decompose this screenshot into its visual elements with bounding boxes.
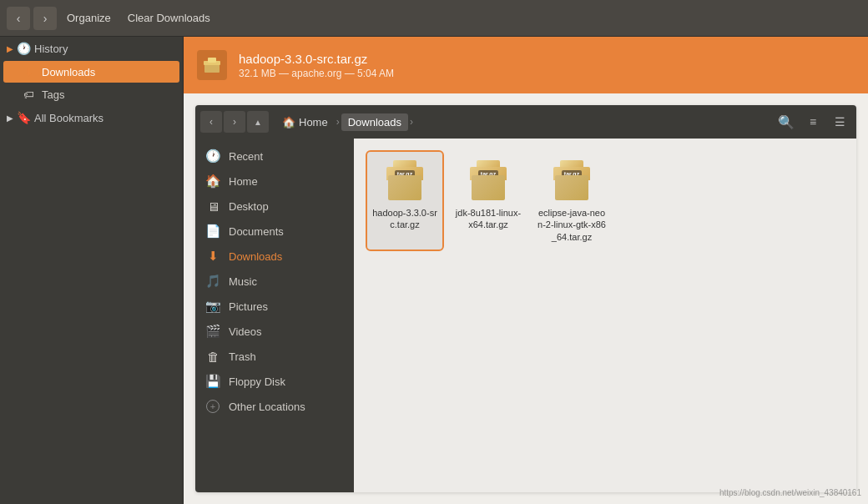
fm-view-toggle-button[interactable]: ≡ xyxy=(801,110,825,134)
sidebar-section-history[interactable]: ▶ 🕐 History xyxy=(0,37,183,60)
download-file-icon xyxy=(197,50,227,80)
sidebar: ▶ 🕐 History ⬇ Downloads 🏷 Tags ▶ 🔖 All B… xyxy=(0,37,184,504)
file-item-jdk[interactable]: tar.gz jdk-8u181-linux-x64.tar.gz xyxy=(451,152,526,249)
fm-sidebar-other-locations[interactable]: + Other Locations xyxy=(195,394,354,419)
add-location-icon: + xyxy=(205,399,220,414)
floppy-icon: 💾 xyxy=(205,374,220,389)
file-icon-eclipse: tar.gz xyxy=(550,159,593,202)
download-bar: hadoop-3.3.0-src.tar.gz 32.1 MB — apache… xyxy=(184,37,868,93)
file-item-eclipse[interactable]: tar.gz eclipse-java-neon-2-linux-gtk-x86… xyxy=(534,152,609,249)
fm-sidebar-trash[interactable]: 🗑 Trash xyxy=(195,344,354,369)
home-icon: 🏠 xyxy=(282,116,295,129)
fm-sidebar-recent[interactable]: 🕐 Recent xyxy=(195,144,354,169)
downloads-icon: ⬇ xyxy=(22,65,35,78)
file-icon-jdk: tar.gz xyxy=(467,159,510,202)
view-icon: ≡ xyxy=(810,115,816,129)
file-manager: ‹ › ▲ 🏠 Home › Downloads › xyxy=(195,105,856,492)
file-name-jdk: jdk-8u181-linux-x64.tar.gz xyxy=(454,207,522,231)
menu-icon: ☰ xyxy=(835,115,845,129)
back-button[interactable]: ‹ xyxy=(7,7,30,30)
fm-sidebar-desktop[interactable]: 🖥 Desktop xyxy=(195,194,354,219)
breadcrumb: 🏠 Home › Downloads › xyxy=(275,113,773,131)
sidebar-section-bookmarks[interactable]: ▶ 🔖 All Bookmarks xyxy=(0,106,183,129)
clear-downloads-button[interactable]: Clear Downloads xyxy=(121,8,217,28)
fm-sidebar-floppy[interactable]: 💾 Floppy Disk xyxy=(195,369,354,394)
pictures-icon: 📷 xyxy=(205,299,220,314)
breadcrumb-separator: › xyxy=(336,116,340,128)
breadcrumb-home[interactable]: 🏠 Home xyxy=(275,113,335,131)
fm-sidebar-downloads[interactable]: ⬇ Downloads xyxy=(195,244,354,269)
file-name-eclipse: eclipse-java-neon-2-linux-gtk-x86_64.tar… xyxy=(537,207,606,243)
content-area: hadoop-3.3.0-src.tar.gz 32.1 MB — apache… xyxy=(184,37,868,504)
breadcrumb-downloads[interactable]: Downloads xyxy=(341,113,408,131)
forward-button[interactable]: › xyxy=(33,7,57,30)
organize-button[interactable]: Organize xyxy=(60,8,118,28)
fm-search-button[interactable]: 🔍 xyxy=(775,110,798,134)
file-item-hadoop[interactable]: tar.gz hadoop-3.3.0-src.tar.gz xyxy=(367,152,442,249)
sidebar-item-downloads[interactable]: ⬇ Downloads xyxy=(3,61,179,83)
sidebar-downloads-label: Downloads xyxy=(42,66,95,78)
fm-sidebar: 🕐 Recent 🏠 Home 🖥 Desktop 📄 xyxy=(195,139,354,492)
chevron-right-icon: ▶ xyxy=(7,113,13,123)
history-icon: 🕐 xyxy=(17,42,31,55)
fm-toolbar-right: 🔍 ≡ ☰ xyxy=(775,110,851,134)
sidebar-history-label: History xyxy=(34,43,68,55)
fm-forward-button[interactable]: › xyxy=(224,111,245,133)
search-icon: 🔍 xyxy=(778,114,795,130)
fm-back-button[interactable]: ‹ xyxy=(200,111,222,133)
file-name-hadoop: hadoop-3.3.0-src.tar.gz xyxy=(371,207,439,231)
svg-rect-2 xyxy=(208,58,216,63)
fm-sidebar-videos[interactable]: 🎬 Videos xyxy=(195,319,354,344)
download-filename: hadoop-3.3.0-src.tar.gz xyxy=(239,52,855,66)
watermark: https://blog.csdn.net/weixin_43840161 xyxy=(719,488,861,497)
top-toolbar: ‹ › Organize Clear Downloads xyxy=(0,0,868,37)
videos-icon: 🎬 xyxy=(205,324,220,339)
fm-sidebar-music[interactable]: 🎵 Music xyxy=(195,269,354,294)
music-icon: 🎵 xyxy=(205,274,220,289)
downloads-sidebar-icon: ⬇ xyxy=(205,249,220,264)
documents-icon: 📄 xyxy=(205,224,220,239)
chevron-down-icon: ▶ xyxy=(7,44,13,53)
fm-toolbar: ‹ › ▲ 🏠 Home › Downloads › xyxy=(195,105,856,139)
download-info: hadoop-3.3.0-src.tar.gz 32.1 MB — apache… xyxy=(239,52,855,79)
fm-sidebar-home[interactable]: 🏠 Home xyxy=(195,169,354,194)
home-sidebar-icon: 🏠 xyxy=(205,174,220,189)
fm-content: tar.gz hadoop-3.3.0-src.tar.gz xyxy=(354,139,856,492)
sidebar-bookmarks-label: All Bookmarks xyxy=(34,112,103,124)
download-meta: 32.1 MB — apache.org — 5:04 AM xyxy=(239,68,855,79)
sidebar-item-tags[interactable]: 🏷 Tags xyxy=(3,83,179,105)
fm-up-button[interactable]: ▲ xyxy=(247,111,269,133)
tags-icon: 🏷 xyxy=(22,88,35,101)
fm-sidebar-pictures[interactable]: 📷 Pictures xyxy=(195,294,354,319)
sidebar-tags-label: Tags xyxy=(42,88,64,101)
fm-sidebar-documents[interactable]: 📄 Documents xyxy=(195,219,354,244)
trash-icon: 🗑 xyxy=(205,349,220,364)
recent-icon: 🕐 xyxy=(205,149,220,164)
desktop-icon: 🖥 xyxy=(205,199,220,214)
fm-body: 🕐 Recent 🏠 Home 🖥 Desktop 📄 xyxy=(195,139,856,492)
breadcrumb-end-sep: › xyxy=(410,116,413,128)
fm-menu-button[interactable]: ☰ xyxy=(828,110,851,134)
bookmarks-icon: 🔖 xyxy=(17,111,31,124)
tar-gz-small-icon xyxy=(203,56,221,74)
main-container: ▶ 🕐 History ⬇ Downloads 🏷 Tags ▶ 🔖 All B… xyxy=(0,37,868,504)
breadcrumb-downloads-label: Downloads xyxy=(348,116,401,129)
file-icon-hadoop: tar.gz xyxy=(383,159,426,202)
